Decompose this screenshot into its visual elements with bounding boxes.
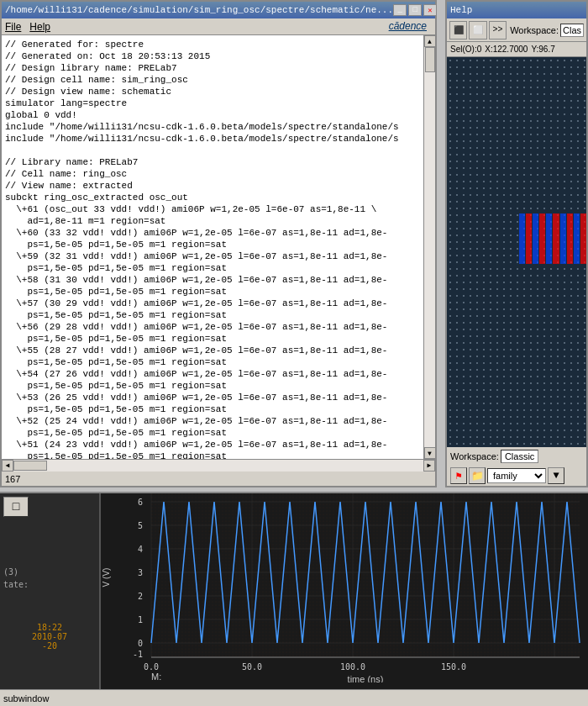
arrow-button[interactable]: >> (489, 21, 507, 40)
svg-text:5: 5 (138, 521, 143, 530)
family-row: ⚑ 📁 family ▼ (447, 466, 586, 486)
svg-text:100.0: 100.0 (340, 662, 365, 672)
second-workspace-label: Workspace: (450, 451, 499, 461)
scroll-up-button[interactable]: ▲ (424, 35, 436, 47)
cadence-brand: cādence (389, 20, 427, 32)
help-title: Help (450, 5, 472, 15)
panel-label2: tate: (3, 580, 96, 589)
svg-text:1: 1 (138, 615, 143, 624)
scroll-track (424, 47, 436, 447)
editor-content: // Generated for: spectre // Generated o… (2, 35, 435, 459)
svg-text:time (ns): time (ns) (348, 674, 384, 682)
window-controls: _ □ ✕ (393, 4, 437, 16)
vertical-scrollbar[interactable]: ▲ ▼ (423, 35, 435, 459)
svg-text:0: 0 (138, 639, 143, 648)
dropdown-arrow-icon[interactable]: ▼ (548, 467, 564, 484)
second-workspace-value: Classic (501, 450, 538, 463)
scroll-thumb[interactable] (425, 47, 435, 72)
scroll-left-button[interactable]: ◀ (2, 460, 13, 472)
svg-text:4: 4 (138, 545, 143, 554)
help-menu[interactable]: Help (29, 21, 50, 33)
timestamp: 18:22 2010-07 -20 (3, 623, 96, 651)
scroll-h-thumb[interactable] (13, 461, 47, 471)
time-display: 18:22 (3, 623, 96, 632)
date-display: 2010-07 (3, 632, 96, 641)
status-bar: subwindow (0, 689, 588, 706)
right-panel-title: Help (447, 2, 586, 18)
file-menu[interactable]: File (5, 21, 21, 33)
y-coord: Y:96.7 (531, 45, 554, 54)
scroll-h-track (13, 460, 423, 472)
waveform-icon1[interactable]: □ (3, 497, 29, 517)
svg-text:150.0: 150.0 (441, 662, 466, 672)
horizontal-scrollbar[interactable]: ◀ ▶ (2, 459, 435, 471)
waveform-window: □ (3) tate: 18:22 2010-07 -20 (0, 492, 588, 706)
line-status-bar: 167 (2, 471, 435, 486)
x-coord: X:122.7000 (485, 45, 528, 54)
maximize-button[interactable]: □ (408, 4, 422, 16)
right-panel: Help ⬛ ⬜ >> Workspace: Clas Sel(O):0 X:1… (445, 0, 588, 487)
coords-row: Sel(O):0 X:122.7000 Y:96.7 (447, 42, 586, 57)
sel-label: Sel(O):0 (450, 45, 481, 54)
editor-window: /home/willi131/cadence/simulation/sim_ri… (0, 0, 437, 487)
svg-text:0.0: 0.0 (144, 662, 159, 672)
right-toolbar: ⬛ ⬜ >> Workspace: Clas (447, 18, 586, 42)
date-extra: -20 (3, 641, 96, 651)
svg-text:V (V): V (V) (102, 568, 111, 587)
svg-text:50.0: 50.0 (242, 662, 262, 672)
line-number: 167 (5, 474, 20, 484)
svg-text:2: 2 (138, 592, 143, 601)
editor-titlebar: /home/willi131/cadence/simulation/sim_ri… (2, 2, 435, 18)
second-workspace-row: Workspace: Classic (447, 447, 586, 466)
close-button[interactable]: ✕ (423, 4, 437, 16)
back-button[interactable]: ⬛ (449, 21, 467, 40)
family-select[interactable]: family (487, 468, 546, 483)
minimize-button[interactable]: _ (393, 4, 407, 16)
editor-title: /home/willi131/cadence/simulation/sim_ri… (5, 5, 393, 15)
waveform-main: 6 5 4 3 2 1 0 -1 V (V) 0.0 50.0 100.0 15… (101, 493, 588, 706)
svg-text:M:: M: (151, 672, 161, 682)
forward-button[interactable]: ⬜ (469, 21, 486, 40)
svg-text:-1: -1 (133, 650, 143, 659)
scroll-down-button[interactable]: ▼ (424, 447, 436, 459)
folder-icon[interactable]: 📁 (469, 467, 486, 484)
waveform-svg: 6 5 4 3 2 1 0 -1 V (V) 0.0 50.0 100.0 15… (101, 493, 588, 682)
svg-text:3: 3 (138, 568, 143, 577)
status-text: subwindow (3, 693, 49, 703)
waveform-left-panel: □ (3) tate: 18:22 2010-07 -20 (0, 493, 101, 706)
editor-menubar: File Help cādence (2, 18, 435, 35)
workspace-value: Clas (560, 24, 584, 37)
panel-label1: (3) (3, 567, 96, 577)
svg-text:6: 6 (138, 498, 143, 507)
red-flag-icon[interactable]: ⚑ (450, 467, 467, 484)
workspace-label: Workspace: (510, 25, 559, 35)
schematic-view[interactable] (447, 57, 586, 447)
code-editor[interactable]: // Generated for: spectre // Generated o… (2, 35, 423, 459)
scroll-right-button[interactable]: ▶ (423, 460, 435, 472)
